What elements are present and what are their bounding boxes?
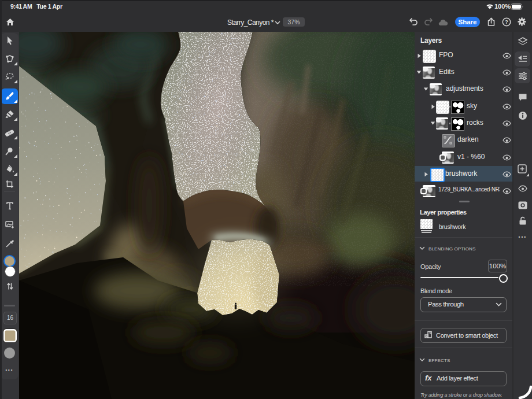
svg-text:?: ? [505,19,508,25]
